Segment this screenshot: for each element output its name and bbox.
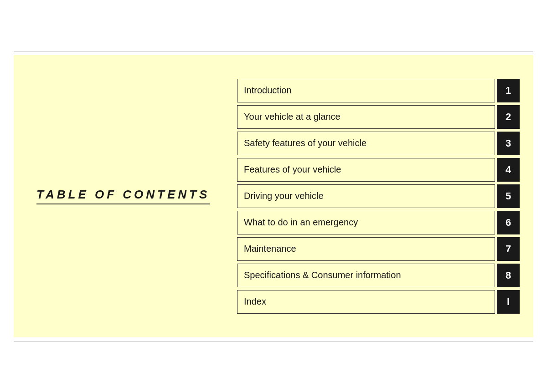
toc-item-label: Safety features of your vehicle xyxy=(237,132,495,155)
toc-row[interactable]: Specifications & Consumer information8 xyxy=(237,264,520,287)
toc-item-number: 7 xyxy=(497,237,520,261)
toc-item-number: 6 xyxy=(497,211,520,234)
toc-row[interactable]: Features of your vehicle4 xyxy=(237,158,520,182)
toc-item-number: 4 xyxy=(497,158,520,182)
toc-item-label: Your vehicle at a glance xyxy=(237,105,495,129)
toc-item-label: Features of your vehicle xyxy=(237,158,495,182)
toc-title: TABLE OF CONTENTS xyxy=(36,188,210,204)
toc-row[interactable]: Introduction1 xyxy=(237,79,520,102)
main-container: TABLE OF CONTENTS Introduction1Your vehi… xyxy=(14,55,533,337)
toc-item-number: 2 xyxy=(497,105,520,129)
bottom-rule xyxy=(14,341,533,341)
toc-item-number: 1 xyxy=(497,79,520,102)
toc-item-label: Specifications & Consumer information xyxy=(237,264,495,287)
toc-item-number: I xyxy=(497,290,520,314)
toc-item-label: Index xyxy=(237,290,495,314)
toc-list: Introduction1Your vehicle at a glance2Sa… xyxy=(237,79,520,314)
toc-item-number: 3 xyxy=(497,132,520,155)
toc-item-label: Introduction xyxy=(237,79,495,102)
toc-row[interactable]: Safety features of your vehicle3 xyxy=(237,132,520,155)
page-wrapper: TABLE OF CONTENTS Introduction1Your vehi… xyxy=(0,0,547,392)
top-rule xyxy=(14,51,533,51)
toc-row[interactable]: IndexI xyxy=(237,290,520,314)
left-panel: TABLE OF CONTENTS xyxy=(27,188,237,204)
toc-row[interactable]: Driving your vehicle5 xyxy=(237,184,520,208)
toc-row[interactable]: What to do in an emergency6 xyxy=(237,211,520,234)
toc-item-label: Driving your vehicle xyxy=(237,184,495,208)
toc-row[interactable]: Maintenance7 xyxy=(237,237,520,261)
toc-item-label: Maintenance xyxy=(237,237,495,261)
toc-item-number: 5 xyxy=(497,184,520,208)
toc-row[interactable]: Your vehicle at a glance2 xyxy=(237,105,520,129)
toc-item-number: 8 xyxy=(497,264,520,287)
toc-item-label: What to do in an emergency xyxy=(237,211,495,234)
